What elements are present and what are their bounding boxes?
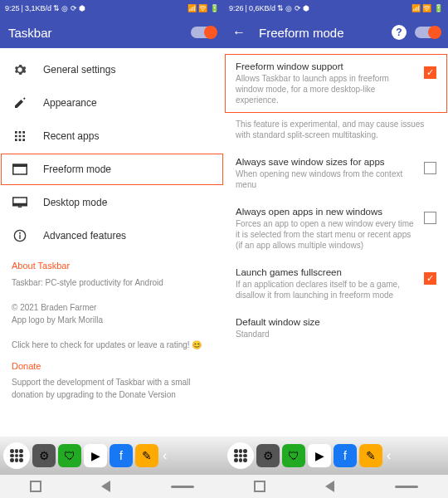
update-link[interactable]: Click here to check for updates or leave…	[12, 339, 212, 351]
app-bar: Taskbar	[0, 17, 224, 48]
setting-freeform-support[interactable]: Freeform window support Allows Taskbar t…	[224, 53, 448, 114]
dock-app-1[interactable]: ⚙	[32, 444, 56, 467]
status-bar: 9:25 | 3,1KB/d ⇅ ◎ ⟳ ⬢ 📶 🛜 🔋	[0, 0, 224, 17]
menu-freeform-mode[interactable]: Freeform mode	[0, 153, 224, 186]
home-button[interactable]	[395, 486, 418, 488]
menu-label: Appearance	[43, 97, 97, 109]
setting-save-sizes[interactable]: Always save window sizes for apps When o…	[224, 149, 448, 198]
dock-app-4[interactable]: f	[110, 444, 133, 467]
menu-recent-apps[interactable]: Recent apps	[0, 120, 224, 153]
signal-icon: 📶 🛜 🔋	[411, 4, 443, 12]
setting-title: Always save window sizes for apps	[236, 157, 417, 167]
setting-desc: Forces an app to open a new window every…	[236, 218, 417, 251]
setting-desc: If an application declares itself to be …	[236, 279, 417, 300]
checkbox[interactable]: ✓	[424, 272, 436, 285]
donate-text: Support the development of Taskbar with …	[12, 376, 212, 401]
checkbox[interactable]: ✓	[424, 66, 436, 79]
dock-expand[interactable]: ‹	[385, 448, 392, 463]
desktop-icon	[12, 194, 28, 211]
menu-desktop-mode[interactable]: Desktop mode	[0, 186, 224, 219]
experimental-warning: This feature is experimental, and may ca…	[224, 114, 448, 149]
right-phone: 9:26 | 0,6KB/d ⇅ ◎ ⟳ ⬢ 📶 🛜 🔋 ← Freeform …	[224, 0, 448, 437]
back-button[interactable]	[325, 481, 334, 492]
menu-label: Advanced features	[43, 230, 126, 242]
info-icon	[12, 227, 28, 244]
setting-title: Always open apps in new windows	[236, 207, 417, 217]
apps-button[interactable]	[227, 442, 254, 469]
menu-general-settings[interactable]: General settings	[0, 53, 224, 86]
menu-advanced-features[interactable]: Advanced features	[0, 219, 224, 252]
setting-desc: Allows Taskbar to launch apps in freefor…	[236, 73, 417, 105]
setting-games-fullscreen[interactable]: Launch games fullscreen If an applicatio…	[224, 259, 448, 309]
menu-label: Recent apps	[43, 130, 99, 142]
master-toggle[interactable]	[415, 27, 440, 38]
settings-list: Freeform window support Allows Taskbar t…	[224, 48, 448, 437]
grid-icon	[12, 128, 28, 144]
setting-desc: Standard	[236, 329, 430, 339]
home-button[interactable]	[171, 486, 194, 488]
svg-rect-3	[13, 203, 27, 206]
app-bar: ← Freeform mode ?	[224, 17, 448, 48]
menu-label: General settings	[43, 64, 115, 76]
back-button[interactable]	[101, 481, 110, 492]
status-icons: ⇅ ◎ ⟳ ⬢	[277, 4, 310, 12]
back-button[interactable]: ←	[232, 25, 246, 40]
left-phone: 9:25 | 3,1KB/d ⇅ ◎ ⟳ ⬢ 📶 🛜 🔋 Taskbar Gen…	[0, 0, 224, 437]
status-net: 3,1KB/d	[25, 4, 51, 12]
pencil-icon	[12, 95, 28, 111]
svg-rect-4	[18, 207, 22, 208]
svg-point-6	[19, 232, 21, 234]
status-time: 9:25	[5, 4, 20, 12]
dock-app-3[interactable]: ▶	[84, 444, 107, 467]
menu-label: Desktop mode	[43, 197, 107, 208]
donate-heading: Donate	[12, 359, 212, 374]
about-copyright: © 2021 Braden Farmer	[12, 301, 212, 314]
window-icon	[12, 161, 28, 178]
dock-app-3[interactable]: ▶	[308, 444, 331, 467]
status-bar: 9:26 | 0,6KB/d ⇅ ◎ ⟳ ⬢ 📶 🛜 🔋	[224, 0, 448, 17]
signal-icon: 📶 🛜 🔋	[187, 4, 219, 12]
dock-app-1[interactable]: ⚙	[256, 444, 280, 467]
checkbox[interactable]	[424, 162, 436, 174]
app-title: Taskbar	[8, 26, 191, 40]
about-heading: About Taskbar	[12, 259, 212, 273]
svg-rect-7	[19, 235, 20, 239]
menu-appearance[interactable]: Appearance	[0, 86, 224, 120]
android-navbar	[0, 475, 448, 498]
status-time: 9:26	[229, 4, 244, 12]
dock-app-2[interactable]: 🛡	[282, 444, 305, 467]
dock-app-5[interactable]: ✎	[135, 444, 158, 467]
setting-title: Launch games fullscreen	[236, 267, 417, 277]
master-toggle[interactable]	[191, 27, 216, 38]
about-section: About Taskbar Taskbar: PC-style producti…	[0, 252, 224, 408]
gear-icon	[12, 61, 28, 78]
help-button[interactable]: ?	[392, 25, 407, 40]
dock-app-2[interactable]: 🛡	[58, 444, 81, 467]
setting-title: Default window size	[236, 317, 430, 327]
setting-title: Freeform window support	[236, 61, 417, 71]
status-icons: ⇅ ◎ ⟳ ⬢	[53, 4, 86, 12]
setting-desc: When opening new windows from the contex…	[236, 168, 417, 190]
svg-rect-1	[13, 164, 27, 167]
recents-button[interactable]	[254, 481, 265, 492]
main-menu: General settings Appearance Recent apps …	[0, 48, 224, 437]
checkbox[interactable]	[424, 212, 436, 224]
menu-label: Freeform mode	[43, 164, 111, 175]
apps-button[interactable]	[3, 442, 30, 469]
status-net: 0,6KB/d	[249, 4, 275, 12]
about-logo-credit: App logo by Mark Morilla	[12, 314, 212, 326]
recents-button[interactable]	[30, 481, 41, 492]
dock-app-5[interactable]: ✎	[359, 444, 382, 467]
dock-expand[interactable]: ‹	[161, 448, 168, 463]
dock: ⚙ 🛡 ▶ f ✎ ‹ ⚙ 🛡 ▶ f ✎ ‹	[0, 437, 448, 475]
app-title: Freeform mode	[259, 26, 392, 40]
about-tagline: Taskbar: PC-style productivity for Andro…	[12, 276, 212, 289]
setting-default-size[interactable]: Default window size Standard	[224, 309, 448, 348]
setting-new-windows[interactable]: Always open apps in new windows Forces a…	[224, 198, 448, 259]
dock-app-4[interactable]: f	[334, 444, 357, 467]
